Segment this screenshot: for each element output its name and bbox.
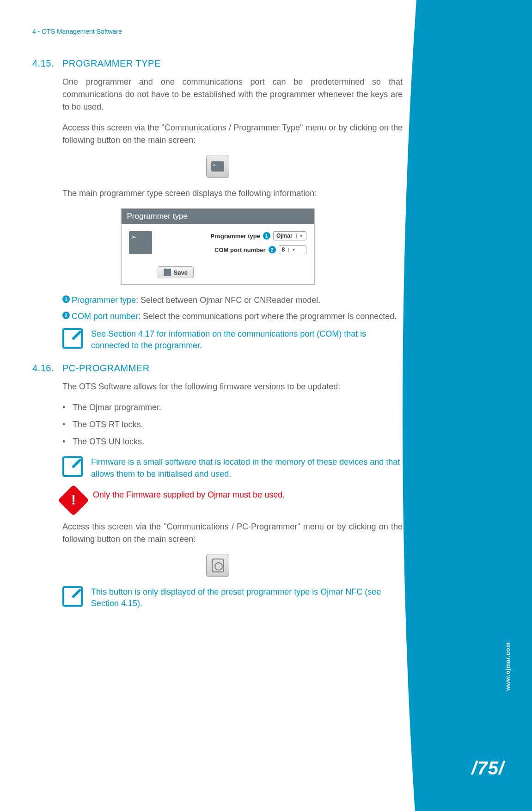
terminal-icon	[129, 231, 152, 254]
field-label: Programmer type	[158, 233, 260, 240]
list-item: 2 COM port number: Select the communicat…	[62, 310, 403, 323]
warning: Only the Firmware supplied by Ojmar must…	[62, 489, 403, 511]
note: Firmware is a small software that is loc…	[62, 456, 403, 479]
chevron-down-icon: ▼	[296, 234, 303, 238]
list-item: 1 Programmer type: Select between Ojmar …	[62, 294, 403, 307]
field-label: COM port number	[158, 246, 266, 253]
select-value: 8	[282, 246, 285, 253]
programmer-type-dialog: Programmer type Programmer type 1 Ojmar …	[121, 208, 315, 285]
paragraph: Access this screen via the "Communicatio…	[62, 521, 403, 546]
note-text: Firmware is a small software that is loc…	[91, 456, 403, 479]
section-415-heading: 4.15. PROGRAMMER TYPE	[32, 58, 403, 69]
note-icon	[62, 456, 83, 477]
terminal-icon	[211, 161, 224, 172]
select-value: Ojmar	[276, 233, 293, 239]
item-text: : Select the communications port where t…	[138, 312, 397, 321]
section-number: 4.16.	[32, 363, 55, 374]
item-text: : Select between Ojmar NFC or CNReader m…	[136, 295, 320, 305]
chevron-down-icon: ▼	[288, 248, 295, 252]
chapter-header: 4 - OTS Management Software	[32, 28, 403, 35]
item-label: COM port number	[72, 312, 138, 321]
programmer-type-select[interactable]: Ojmar ▼	[273, 231, 306, 240]
section-number: 4.15.	[32, 58, 55, 69]
marker-1: 1	[62, 295, 70, 303]
item-label: Programmer type	[72, 295, 136, 305]
marker-2: 2	[62, 312, 70, 319]
ojmar-logo: ojmar	[449, 44, 500, 66]
warning-icon	[58, 485, 89, 516]
section-416-heading: 4.16. PC-PROGRAMMER	[32, 363, 403, 374]
marker-2: 2	[269, 246, 276, 253]
list-item: The Ojmar programmer.	[62, 401, 403, 414]
logo-text: ojmar	[449, 44, 500, 66]
programmer-type-toolbar-button[interactable]	[206, 155, 229, 178]
note-icon	[62, 328, 83, 349]
warning-text: Only the Firmware supplied by Ojmar must…	[93, 489, 285, 501]
section-title: PC-PROGRAMMER	[62, 363, 150, 374]
paragraph: The main programmer type screen displays…	[62, 187, 403, 200]
note-icon	[62, 586, 83, 607]
note: See Section 4.17 for information on the …	[62, 328, 403, 351]
list-item: The OTS UN locks.	[62, 436, 403, 448]
website-url: www.ojmar.com	[504, 642, 511, 691]
disk-icon	[212, 559, 224, 572]
marker-1: 1	[263, 232, 270, 240]
paragraph: Access this screen via the "Communicatio…	[62, 122, 403, 147]
section-title: PROGRAMMER TYPE	[62, 58, 161, 69]
page-number: /75/	[471, 758, 504, 779]
save-label: Save	[174, 269, 188, 276]
note-text: This button is only displayed of the pre…	[91, 586, 403, 609]
save-button[interactable]: Save	[158, 266, 194, 278]
note: This button is only displayed of the pre…	[62, 586, 403, 609]
dialog-title: Programmer type	[122, 209, 314, 224]
com-port-select[interactable]: 8 ▼	[279, 245, 306, 254]
note-text: See Section 4.17 for information on the …	[91, 328, 403, 351]
paragraph: The OTS Software allows for the followin…	[62, 381, 403, 393]
paragraph: One programmer and one communications po…	[62, 76, 403, 113]
pc-programmer-toolbar-button[interactable]	[206, 554, 229, 577]
save-icon	[164, 269, 171, 276]
bullet-list: The Ojmar programmer. The OTS RT locks. …	[62, 401, 403, 448]
list-item: The OTS RT locks.	[62, 418, 403, 431]
